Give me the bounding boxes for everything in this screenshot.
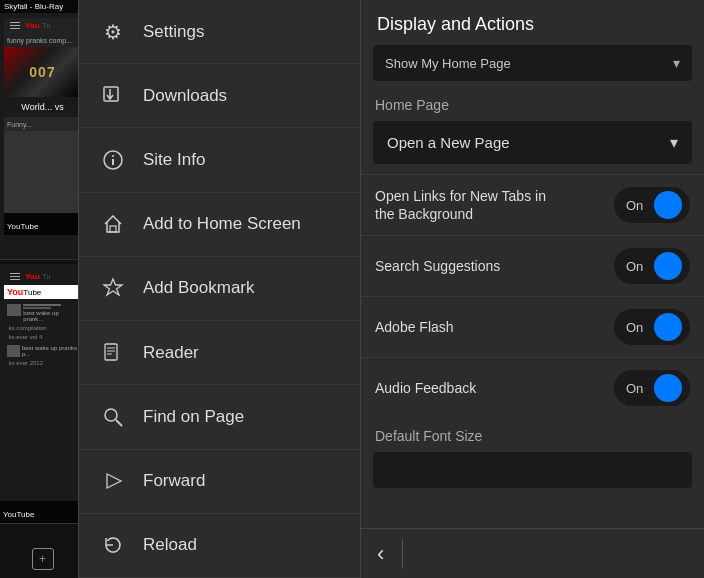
open-links-toggle-label: On: [626, 198, 643, 213]
svg-point-10: [105, 409, 117, 421]
show-home-dropdown[interactable]: Show My Home Page ▾: [373, 45, 692, 81]
menu-label-downloads: Downloads: [143, 86, 227, 106]
settings-row-adobe-flash: Adobe Flash On: [361, 296, 704, 357]
menu-label-add-bookmark: Add Bookmark: [143, 278, 255, 298]
reader-icon: [99, 339, 127, 367]
adobe-flash-toggle-circle: [654, 313, 682, 341]
menu-label-site-info: Site Info: [143, 150, 205, 170]
menu-item-add-home[interactable]: Add to Home Screen: [79, 193, 360, 257]
home-page-dropdown-label: Open a New Page: [387, 134, 510, 151]
svg-rect-6: [105, 344, 117, 360]
audio-feedback-toggle-label: On: [626, 381, 643, 396]
adobe-flash-label: Adobe Flash: [375, 318, 454, 336]
menu-item-add-bookmark[interactable]: Add Bookmark: [79, 257, 360, 321]
downloads-icon: [99, 82, 127, 110]
bottom-nav: ‹: [361, 528, 704, 578]
settings-row-audio-feedback: Audio Feedback On: [361, 357, 704, 418]
forward-icon: [99, 467, 127, 495]
adobe-flash-toggle[interactable]: On: [614, 309, 690, 345]
context-menu: ⚙ Settings Downloads Site Info: [78, 0, 360, 578]
tab-1[interactable]: Skyfall - Blu-Ray YouTu funny pranks com…: [0, 0, 85, 260]
menu-label-forward: Forward: [143, 471, 205, 491]
search-icon: [99, 403, 127, 431]
new-tab-button[interactable]: +: [32, 548, 54, 570]
settings-row-search-suggestions: Search Suggestions On: [361, 235, 704, 296]
home-page-section-label: Home Page: [361, 91, 704, 117]
menu-item-reload[interactable]: Reload: [79, 514, 360, 578]
search-suggestions-toggle-circle: [654, 252, 682, 280]
menu-item-reader[interactable]: Reader: [79, 321, 360, 385]
menu-item-downloads[interactable]: Downloads: [79, 64, 360, 128]
svg-point-4: [112, 155, 114, 157]
menu-label-find-on-page: Find on Page: [143, 407, 244, 427]
menu-label-add-home: Add to Home Screen: [143, 214, 301, 234]
open-links-toggle[interactable]: On: [614, 187, 690, 223]
audio-feedback-label: Audio Feedback: [375, 379, 476, 397]
show-home-label: Show My Home Page: [385, 56, 511, 71]
svg-line-11: [116, 420, 122, 426]
tab-1-bar: YouTu: [4, 18, 81, 33]
menu-label-settings: Settings: [143, 22, 204, 42]
adobe-flash-toggle-label: On: [626, 320, 643, 335]
open-links-label: Open Links for New Tabs in the Backgroun…: [375, 187, 555, 223]
home-icon: [99, 210, 127, 238]
font-size-label: Default Font Size: [361, 418, 704, 448]
svg-marker-12: [107, 474, 121, 488]
back-button[interactable]: ‹: [377, 541, 384, 567]
menu-label-reader: Reader: [143, 343, 199, 363]
settings-icon: ⚙: [99, 18, 127, 46]
menu-item-site-info[interactable]: Site Info: [79, 128, 360, 192]
audio-feedback-toggle[interactable]: On: [614, 370, 690, 406]
tab-2-yt-label: YouTube: [3, 510, 34, 519]
bookmark-icon: [99, 274, 127, 302]
yt-content: best wake up prank... .ks compilation .k…: [4, 301, 81, 369]
svg-rect-5: [110, 226, 116, 232]
hamburger-icon-2: [8, 271, 22, 282]
font-size-bar: [373, 452, 692, 488]
menu-item-settings[interactable]: ⚙ Settings: [79, 0, 360, 64]
home-page-dropdown[interactable]: Open a New Page ▾: [373, 121, 692, 164]
audio-feedback-toggle-circle: [654, 374, 682, 402]
reload-icon: [99, 531, 127, 559]
settings-row-open-links: Open Links for New Tabs in the Backgroun…: [361, 174, 704, 235]
right-panel: Display and Actions Show My Home Page ▾ …: [360, 0, 704, 578]
hamburger-icon: [8, 20, 22, 31]
menu-item-forward[interactable]: Forward: [79, 450, 360, 514]
thumbnail-strip: Skyfall - Blu-Ray YouTu funny pranks com…: [0, 0, 85, 578]
info-icon: [99, 146, 127, 174]
tab-1-yt-label: YouTube: [7, 222, 38, 231]
tab-2[interactable]: YouTu YouTube best wake up prank... .ks …: [0, 264, 85, 524]
show-home-arrow: ▾: [673, 55, 680, 71]
menu-label-reload: Reload: [143, 535, 197, 555]
search-suggestions-label: Search Suggestions: [375, 257, 500, 275]
nav-divider: [402, 539, 403, 569]
tab-1-title: Skyfall - Blu-Ray: [0, 0, 85, 13]
left-panel: Skyfall - Blu-Ray YouTu funny pranks com…: [0, 0, 360, 578]
panel-title: Display and Actions: [361, 0, 704, 45]
search-suggestions-toggle-label: On: [626, 259, 643, 274]
menu-item-find-on-page[interactable]: Find on Page: [79, 385, 360, 449]
tab-2-bar: YouTu: [4, 268, 81, 285]
search-suggestions-toggle[interactable]: On: [614, 248, 690, 284]
open-links-toggle-circle: [654, 191, 682, 219]
home-page-dropdown-arrow: ▾: [670, 133, 678, 152]
